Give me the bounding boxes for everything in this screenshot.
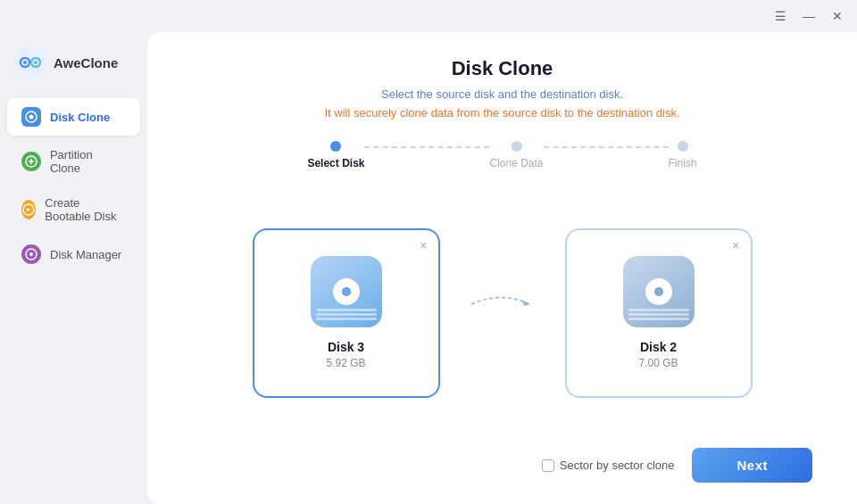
sidebar-item-create-bootable-disk-label: Create Bootable Disk — [45, 196, 126, 223]
source-disk-inner-dot — [340, 285, 353, 298]
dest-disk-size: 7.00 GB — [638, 357, 678, 369]
source-disk-size: 5.92 GB — [326, 357, 365, 369]
logo-text: AweClone — [54, 55, 118, 70]
source-disk-close[interactable]: × — [420, 239, 427, 252]
main-content: Disk Clone Select the source disk and th… — [147, 32, 857, 504]
step-label-clone-data: Clone Data — [489, 157, 543, 169]
step-label-select-disk: Select Disk — [307, 157, 364, 169]
sidebar-item-disk-manager[interactable]: Disk Manager — [7, 235, 140, 273]
subtitle-line1: Select the source disk and the destinati… — [192, 86, 812, 104]
subtitle-line2: It will securely clone data from the sou… — [192, 104, 812, 123]
disk-manager-icon — [21, 244, 41, 264]
source-disk-name: Disk 3 — [328, 340, 364, 354]
dest-disk-close[interactable]: × — [732, 239, 739, 252]
partition-clone-icon — [21, 152, 41, 171]
step-finish: Finish — [669, 141, 697, 169]
sector-clone-text: Sector by sector clone — [560, 459, 675, 472]
dest-disk-inner-dot — [653, 285, 665, 298]
source-disk-card[interactable]: × Disk 3 5.92 GB — [253, 228, 440, 398]
step-line-1 — [364, 146, 489, 148]
dest-disk-line-2 — [628, 313, 689, 316]
footer-bar: Sector by sector clone Next — [192, 437, 812, 483]
svg-point-6 — [29, 115, 34, 120]
sidebar-item-disk-manager-label: Disk Manager — [50, 248, 121, 261]
svg-point-3 — [23, 61, 27, 64]
sidebar-item-disk-clone[interactable]: Disk Clone — [7, 98, 140, 136]
svg-point-4 — [34, 61, 37, 64]
dest-disk-icon — [623, 256, 695, 327]
dest-disk-card[interactable]: × Disk 2 7.00 GB — [565, 228, 753, 398]
step-dot-clone-data — [512, 141, 522, 152]
source-disk-line-1 — [316, 309, 377, 311]
sidebar: AweClone Disk Clone Partition Clone Crea… — [0, 32, 147, 504]
dest-disk-line-3 — [628, 318, 689, 320]
sidebar-item-partition-clone[interactable]: Partition Clone — [7, 139, 140, 184]
logo-icon — [14, 46, 46, 78]
step-label-finish: Finish — [669, 157, 697, 169]
logo-area: AweClone — [0, 41, 147, 95]
subtitle: Select the source disk and the destinati… — [192, 86, 812, 123]
next-button[interactable]: Next — [692, 448, 812, 483]
dest-disk-lines — [628, 309, 689, 320]
step-dot-finish — [678, 141, 688, 152]
page-title: Disk Clone — [192, 57, 812, 80]
sector-clone-label[interactable]: Sector by sector clone — [542, 459, 675, 472]
sidebar-item-partition-clone-label: Partition Clone — [50, 148, 126, 175]
sidebar-item-create-bootable-disk[interactable]: Create Bootable Disk — [7, 187, 140, 232]
sector-clone-checkbox[interactable] — [542, 459, 554, 472]
dest-disk-name: Disk 2 — [640, 340, 677, 354]
step-clone-data: Clone Data — [489, 141, 543, 169]
menu-icon[interactable]: ☰ — [773, 9, 787, 23]
source-disk-icon — [311, 256, 382, 327]
disks-area: × Disk 3 5.92 GB — [192, 189, 812, 437]
sidebar-item-disk-clone-label: Disk Clone — [50, 111, 110, 124]
disk-clone-icon — [21, 107, 41, 127]
create-bootable-disk-icon — [21, 200, 36, 219]
step-dot-select-disk — [330, 141, 341, 152]
titlebar: ☰ — ✕ — [0, 0, 857, 32]
arrow-icon — [467, 286, 538, 313]
source-disk-line-2 — [316, 313, 377, 316]
minimize-button[interactable]: — — [802, 9, 816, 23]
source-disk-lines — [316, 309, 377, 320]
steps-bar: Select Disk Clone Data Finish — [192, 141, 812, 169]
dest-disk-inner-circle — [645, 278, 672, 305]
svg-marker-11 — [522, 300, 529, 306]
step-select-disk: Select Disk — [307, 141, 364, 169]
step-line-2 — [544, 146, 669, 148]
app-layout: AweClone Disk Clone Partition Clone Crea… — [0, 32, 857, 504]
arrow-area — [467, 286, 538, 340]
dest-disk-line-1 — [628, 309, 689, 311]
source-disk-line-3 — [316, 318, 377, 320]
close-button[interactable]: ✕ — [830, 9, 845, 23]
svg-point-10 — [29, 252, 33, 256]
source-disk-inner-circle — [333, 278, 360, 305]
